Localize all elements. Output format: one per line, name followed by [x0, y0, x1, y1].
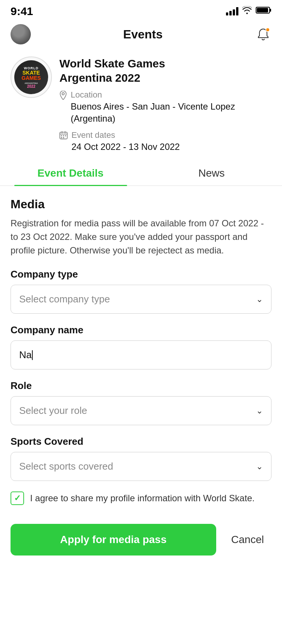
svg-rect-5: [61, 135, 62, 136]
svg-rect-9: [63, 137, 64, 138]
agree-checkbox[interactable]: ✓: [11, 491, 24, 505]
company-type-field: Company type Select company type ⌄: [11, 269, 271, 314]
event-logo: WORLD SKATE GAMES ARGENTINA 2022: [11, 56, 52, 98]
wifi-icon: [242, 6, 252, 17]
svg-rect-6: [63, 135, 64, 136]
battery-icon: [256, 6, 271, 17]
tab-news[interactable]: News: [141, 160, 282, 185]
location-row: Location Buenos Aires - San Juan - Vicen…: [59, 90, 271, 125]
role-select[interactable]: Select your role ⌄: [11, 396, 271, 425]
top-nav: Events: [0, 20, 282, 50]
role-placeholder: Select your role: [19, 405, 87, 417]
apply-button[interactable]: Apply for media pass: [11, 524, 216, 555]
main-content: Media Registration for media pass will b…: [0, 186, 282, 505]
sports-covered-placeholder: Select sports covered: [19, 461, 113, 472]
status-icons: [226, 6, 271, 17]
svg-rect-7: [65, 135, 66, 136]
chevron-down-icon: ⌄: [256, 406, 263, 416]
svg-point-3: [62, 93, 64, 95]
role-field: Role Select your role ⌄: [11, 380, 271, 425]
event-card: WORLD SKATE GAMES ARGENTINA 2022 World S…: [0, 50, 282, 160]
event-info: World Skate Games Argentina 2022 Locatio…: [59, 56, 271, 153]
sports-covered-field: Sports Covered Select sports covered ⌄: [11, 436, 271, 481]
text-cursor: [32, 350, 33, 360]
company-name-value: Na: [19, 349, 32, 361]
company-type-label: Company type: [11, 269, 271, 280]
tab-event-details[interactable]: Event Details: [0, 160, 141, 185]
status-time: 9:41: [11, 5, 33, 18]
media-section-desc: Registration for media pass will be avai…: [11, 217, 271, 257]
svg-rect-1: [257, 8, 268, 12]
sports-covered-label: Sports Covered: [11, 436, 271, 447]
company-type-placeholder: Select company type: [19, 293, 110, 305]
event-name: World Skate Games Argentina 2022: [59, 56, 271, 85]
signal-icon: [226, 7, 238, 15]
notification-dot: [265, 27, 270, 32]
dates-row: Event dates 24 Oct 2022 - 13 Nov 2022: [59, 130, 271, 153]
calendar-icon: [59, 131, 68, 141]
agree-row: ✓ I agree to share my profile informatio…: [11, 491, 271, 505]
check-icon: ✓: [14, 493, 21, 503]
cancel-button[interactable]: Cancel: [224, 524, 271, 555]
page-title: Events: [123, 27, 163, 41]
status-bar: 9:41: [0, 0, 282, 20]
sports-covered-select[interactable]: Select sports covered ⌄: [11, 452, 271, 481]
media-section-title: Media: [11, 197, 271, 211]
avatar[interactable]: [11, 24, 31, 44]
bottom-buttons: Apply for media pass Cancel: [0, 516, 282, 571]
company-name-input[interactable]: Na: [11, 340, 271, 369]
svg-rect-2: [270, 9, 271, 12]
company-name-field: Company name Na: [11, 324, 271, 369]
svg-rect-8: [61, 137, 62, 138]
agree-label: I agree to share my profile information …: [30, 491, 255, 505]
notification-bell[interactable]: [255, 26, 271, 43]
role-label: Role: [11, 380, 271, 392]
event-meta: Location Buenos Aires - San Juan - Vicen…: [59, 90, 271, 153]
company-name-label: Company name: [11, 324, 271, 336]
company-type-select[interactable]: Select company type ⌄: [11, 285, 271, 314]
chevron-down-icon: ⌄: [256, 462, 263, 472]
tabs: Event Details News: [0, 160, 282, 186]
location-icon: [59, 91, 67, 102]
chevron-down-icon: ⌄: [256, 295, 263, 304]
